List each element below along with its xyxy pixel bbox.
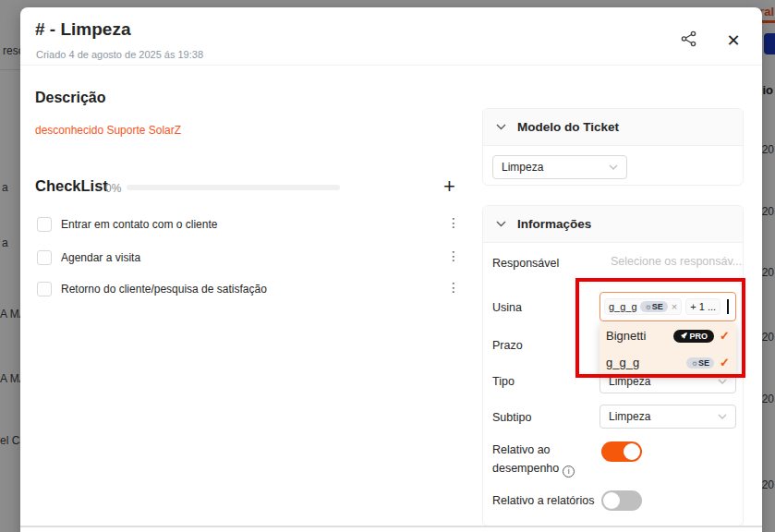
modal-bottom-divider [20, 526, 762, 527]
se-badge: ☼SE [686, 357, 714, 369]
rocket-icon [680, 332, 688, 340]
panel-informacoes-header[interactable]: Informações [483, 206, 743, 243]
close-button[interactable]: ✕ [722, 30, 745, 52]
toggle-knob [603, 492, 620, 509]
usina-option-bignetti[interactable]: Bignetti PRO ✓ [599, 322, 736, 349]
checklist-item-row: Agendar a visita ⋮ [35, 250, 469, 269]
usina-tag-text: g_g_g [609, 301, 637, 312]
checklist-heading: CheckList [35, 177, 108, 195]
tipo-label: Tipo [492, 375, 515, 388]
check-icon: ✓ [720, 329, 730, 343]
checklist-checkbox[interactable] [37, 282, 52, 296]
chevron-down-icon [718, 414, 727, 419]
ticket-modal: # - Limpeza Criado 4 de agosto de 2025 á… [20, 7, 762, 532]
usina-dropdown: Bignetti PRO ✓ g_g_g ☼SE ✓ [599, 322, 736, 376]
usina-overflow-tag[interactable]: + 1 ... [685, 298, 721, 315]
info-icon[interactable]: i [563, 466, 575, 478]
option-name: g_g_g [606, 356, 686, 369]
panel-modelo-header[interactable]: Modelo do Ticket [483, 109, 743, 146]
relativo-relatorios-toggle[interactable] [601, 490, 642, 511]
relativo-desempenho-label-line2: desempenhoi [492, 462, 575, 478]
subtipo-select-value: Limpeza [609, 410, 718, 423]
header-divider [20, 65, 762, 66]
usina-multiselect-input[interactable]: g_g_g ☼SE × + 1 ... [599, 292, 736, 321]
modelo-select[interactable]: Limpeza [492, 155, 627, 179]
kebab-menu-icon[interactable]: ⋮ [447, 248, 460, 263]
checklist-progress-label: 0% [105, 182, 121, 195]
responsavel-label: Responsável [492, 257, 559, 270]
subtipo-label: Subtipo [492, 411, 531, 424]
relativo-relatorios-label: Relativo a relatórios [492, 494, 594, 507]
responsavel-select[interactable]: Selecione os responsáv... [611, 255, 742, 268]
usina-selected-tag: g_g_g ☼SE × [604, 298, 682, 315]
label-text: desempenho [492, 462, 559, 475]
panel-title: Modelo do Ticket [517, 120, 619, 134]
panel-modelo-do-ticket: Modelo do Ticket Limpeza [482, 108, 744, 186]
panel-informacoes: Informações Responsável Selecione os res… [482, 205, 744, 526]
subtipo-select[interactable]: Limpeza [599, 405, 736, 429]
tipo-select-value: Limpeza [609, 375, 718, 388]
checklist-item-label: Agendar a visita [61, 251, 140, 264]
option-name: Bignetti [606, 329, 673, 343]
toggle-knob [624, 443, 640, 460]
kebab-menu-icon[interactable]: ⋮ [447, 280, 460, 295]
checklist-item-label: Retorno do cliente/pesquisa de satisfaçã… [61, 283, 267, 296]
pro-badge-text: PRO [690, 332, 708, 341]
kebab-menu-icon[interactable]: ⋮ [447, 215, 460, 230]
chevron-down-icon [609, 164, 618, 170]
description-link[interactable]: desconhecido Suporte SolarZ [35, 124, 181, 137]
se-badge-text: SE [698, 358, 709, 368]
pro-badge: PRO [673, 330, 715, 343]
chevron-down-icon [718, 379, 727, 384]
checklist-progress-bar [127, 185, 340, 190]
se-badge: ☼SE [640, 301, 668, 312]
chevron-down-icon [496, 124, 506, 130]
checklist-checkbox[interactable] [37, 217, 52, 232]
add-checklist-item-button[interactable]: + [443, 175, 455, 199]
checklist-item-row: Retorno do cliente/pesquisa de satisfaçã… [35, 282, 469, 300]
checklist-checkbox[interactable] [37, 250, 52, 265]
check-icon: ✓ [720, 356, 730, 369]
share-icon [680, 35, 698, 51]
modelo-select-value: Limpeza [502, 161, 609, 174]
panel-title: Informações [517, 217, 591, 231]
sun-icon: ☼ [691, 358, 698, 368]
checklist-item-row: Entrar em contato com o cliente ⋮ [35, 217, 469, 236]
relativo-desempenho-toggle[interactable] [601, 441, 642, 462]
text-cursor [727, 299, 729, 314]
checklist-item-label: Entrar em contato com o cliente [61, 218, 217, 231]
plus-icon: + [443, 175, 455, 198]
usina-option-ggg[interactable]: g_g_g ☼SE ✓ [599, 349, 736, 376]
prazo-label: Prazo [492, 339, 523, 352]
chevron-down-icon [496, 221, 506, 227]
created-timestamp: Criado 4 de agosto de 2025 ás 19:38 [36, 49, 203, 60]
share-button[interactable] [680, 30, 702, 52]
relativo-desempenho-label-line1: Relativo ao [492, 443, 551, 456]
tag-remove-icon[interactable]: × [672, 301, 677, 312]
usina-label: Usina [492, 301, 522, 314]
sun-icon: ☼ [645, 302, 652, 311]
se-badge-text: SE [652, 302, 663, 311]
description-heading: Descrição [35, 90, 106, 106]
modal-title: # - Limpeza [35, 19, 130, 40]
close-icon: ✕ [726, 31, 740, 50]
